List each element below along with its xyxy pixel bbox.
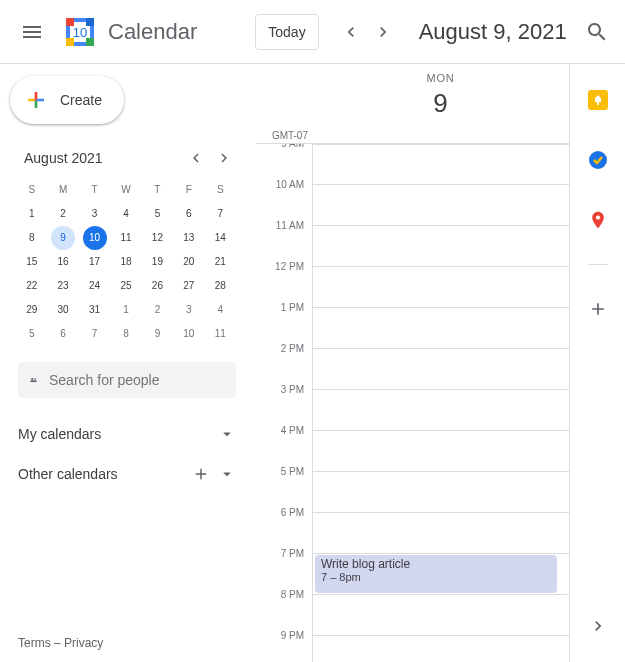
svg-point-9 <box>595 215 599 219</box>
side-panel <box>569 64 625 662</box>
maps-addon-button[interactable] <box>578 200 618 240</box>
mini-cal-day[interactable]: 14 <box>205 226 236 250</box>
create-button[interactable]: Create <box>10 76 124 124</box>
people-icon <box>30 370 37 390</box>
other-calendars-label: Other calendars <box>18 466 118 482</box>
hour-label: 12 PM <box>256 261 312 302</box>
mini-cal-day-header: T <box>79 178 110 202</box>
next-day-button[interactable] <box>367 16 399 48</box>
mini-cal-day[interactable]: 21 <box>205 250 236 274</box>
tasks-addon-button[interactable] <box>578 140 618 180</box>
mini-cal-day[interactable]: 31 <box>79 298 110 322</box>
header: 10 Calendar Today August 9, 2021 <box>0 0 625 64</box>
mini-cal-day[interactable]: 8 <box>16 226 47 250</box>
mini-cal-day[interactable]: 27 <box>173 274 204 298</box>
privacy-link[interactable]: Privacy <box>64 636 103 650</box>
collapse-panel-button[interactable] <box>578 606 618 646</box>
mini-cal-day[interactable]: 11 <box>110 226 141 250</box>
hour-slot[interactable] <box>313 636 569 662</box>
events-column[interactable]: Write blog article7 – 8pm <box>312 144 569 662</box>
mini-cal-prev-button[interactable] <box>184 146 208 170</box>
mini-cal-day[interactable]: 6 <box>173 202 204 226</box>
mini-cal-day[interactable]: 3 <box>79 202 110 226</box>
keep-addon-button[interactable] <box>578 80 618 120</box>
other-calendars-section[interactable]: Other calendars <box>18 454 236 494</box>
mini-cal-next-button[interactable] <box>212 146 236 170</box>
hour-label: 1 PM <box>256 302 312 343</box>
mini-cal-day[interactable]: 6 <box>47 322 78 346</box>
mini-cal-day-header: S <box>205 178 236 202</box>
mini-cal-day[interactable]: 4 <box>205 298 236 322</box>
mini-cal-day[interactable]: 1 <box>16 202 47 226</box>
terms-link[interactable]: Terms <box>18 636 51 650</box>
hour-label: 6 PM <box>256 507 312 548</box>
mini-cal-day[interactable]: 28 <box>205 274 236 298</box>
mini-cal-day[interactable]: 13 <box>173 226 204 250</box>
svg-text:10: 10 <box>73 25 87 40</box>
mini-cal-day[interactable]: 2 <box>142 298 173 322</box>
search-people-input[interactable] <box>49 372 224 388</box>
day-view-body[interactable]: 9 AM10 AM11 AM12 PM1 PM2 PM3 PM4 PM5 PM6… <box>256 144 569 662</box>
hour-slot[interactable] <box>313 513 569 554</box>
mini-cal-day[interactable]: 9 <box>142 322 173 346</box>
calendar-event[interactable]: Write blog article7 – 8pm <box>315 555 557 593</box>
mini-cal-day[interactable]: 3 <box>173 298 204 322</box>
hour-slot[interactable] <box>313 595 569 636</box>
mini-cal-day[interactable]: 9 <box>51 226 75 250</box>
hour-label: 2 PM <box>256 343 312 384</box>
my-calendars-section[interactable]: My calendars <box>18 414 236 454</box>
hour-label: 3 PM <box>256 384 312 425</box>
hour-slot[interactable] <box>313 308 569 349</box>
mini-cal-day[interactable]: 16 <box>47 250 78 274</box>
app-title: Calendar <box>108 19 197 45</box>
mini-cal-day[interactable]: 23 <box>47 274 78 298</box>
hour-slot[interactable] <box>313 226 569 267</box>
event-title: Write blog article <box>321 557 551 571</box>
hour-slot[interactable] <box>313 267 569 308</box>
hour-slot[interactable] <box>313 349 569 390</box>
mini-cal-day[interactable]: 25 <box>110 274 141 298</box>
today-button[interactable]: Today <box>255 14 318 50</box>
search-people-box[interactable] <box>18 362 236 398</box>
hour-slot[interactable] <box>313 472 569 513</box>
mini-cal-day[interactable]: 2 <box>47 202 78 226</box>
mini-cal-day[interactable]: 11 <box>205 322 236 346</box>
mini-cal-day[interactable]: 15 <box>16 250 47 274</box>
prev-day-button[interactable] <box>335 16 367 48</box>
mini-cal-day[interactable]: 10 <box>173 322 204 346</box>
main-menu-button[interactable] <box>8 8 56 56</box>
mini-cal-day[interactable]: 29 <box>16 298 47 322</box>
mini-cal-day[interactable]: 26 <box>142 274 173 298</box>
day-column-header[interactable]: MON 9 <box>312 64 569 143</box>
hour-slot[interactable] <box>313 185 569 226</box>
mini-cal-day[interactable]: 7 <box>205 202 236 226</box>
hour-slot[interactable] <box>313 431 569 472</box>
get-addons-button[interactable] <box>578 289 618 329</box>
mini-cal-day-header: T <box>142 178 173 202</box>
mini-cal-day[interactable]: 18 <box>110 250 141 274</box>
search-button[interactable] <box>577 12 617 52</box>
hour-slot[interactable] <box>313 390 569 431</box>
mini-cal-day[interactable]: 7 <box>79 322 110 346</box>
mini-cal-day[interactable]: 24 <box>79 274 110 298</box>
mini-cal-day[interactable]: 4 <box>110 202 141 226</box>
mini-cal-day[interactable]: 30 <box>47 298 78 322</box>
mini-cal-day[interactable]: 8 <box>110 322 141 346</box>
hour-slot[interactable] <box>313 144 569 185</box>
mini-cal-day[interactable]: 5 <box>16 322 47 346</box>
footer-links: Terms – Privacy <box>18 636 236 650</box>
mini-cal-day[interactable]: 10 <box>83 226 107 250</box>
mini-cal-day[interactable]: 5 <box>142 202 173 226</box>
hamburger-icon <box>20 20 44 44</box>
plus-icon[interactable] <box>192 465 210 483</box>
hour-label: 9 PM <box>256 630 312 662</box>
mini-cal-day[interactable]: 22 <box>16 274 47 298</box>
mini-cal-day[interactable]: 20 <box>173 250 204 274</box>
mini-cal-day[interactable]: 1 <box>110 298 141 322</box>
hour-label: 5 PM <box>256 466 312 507</box>
mini-cal-day[interactable]: 19 <box>142 250 173 274</box>
mini-cal-day[interactable]: 17 <box>79 250 110 274</box>
main: Create August 2021 SMTWTFS12345678910111… <box>0 64 625 662</box>
mini-cal-day[interactable]: 12 <box>142 226 173 250</box>
chevron-down-icon <box>218 465 236 483</box>
